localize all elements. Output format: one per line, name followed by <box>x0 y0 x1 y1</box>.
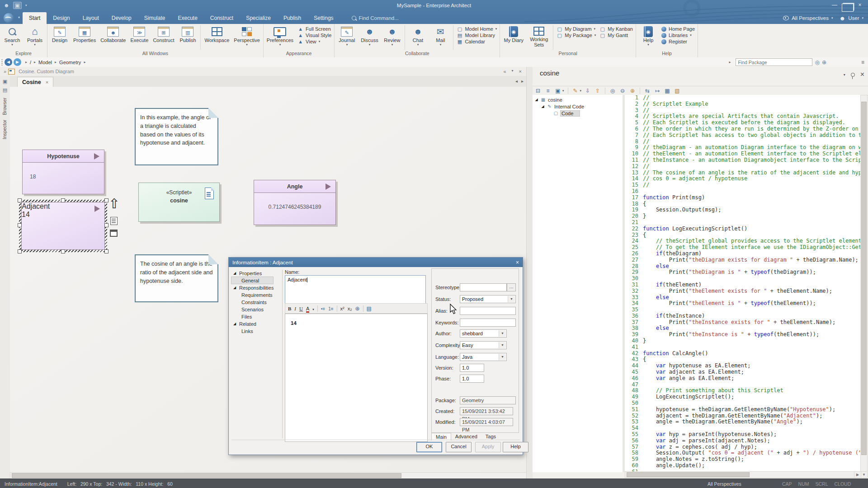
ribbon-tab-start[interactable]: Start <box>23 12 47 24</box>
ribbon-button-journal[interactable]: ✎Journal▾ <box>335 24 358 51</box>
scroll-right-icon[interactable]: ▶ <box>854 471 861 478</box>
ribbon-tab-develop[interactable]: Develop <box>105 12 138 24</box>
nav-forward-button[interactable]: ▶ <box>14 58 21 66</box>
tree-item-code[interactable]: ▢Code <box>533 110 623 117</box>
field-version--value[interactable]: 1.0 <box>460 364 484 372</box>
ribbon-button-mail[interactable]: ✉Mail▾ <box>429 24 452 51</box>
element-adjacent[interactable]: Adjacent 14 <box>21 202 105 250</box>
ribbon-tab-specialize[interactable]: Specialize <box>240 12 277 24</box>
minimize-button[interactable]: — <box>829 2 840 9</box>
ribbon-tab-layout[interactable]: Layout <box>76 12 105 24</box>
ribbon-button-view[interactable]: ▲View▾ <box>297 39 331 44</box>
search-options-icon[interactable]: ⊕ <box>822 59 826 66</box>
ribbon-button-collaborate[interactable]: ☻Collaborate <box>98 24 128 51</box>
ribbon-button-design[interactable]: ✎Design <box>48 24 71 51</box>
browse-button[interactable]: … <box>507 283 516 291</box>
field-phase--value[interactable]: 1.0 <box>460 375 484 383</box>
ribbon-button-workspace[interactable]: Workspace <box>202 24 231 51</box>
dialog-nav-constraints[interactable]: Constraints <box>231 299 282 305</box>
ribbon-button-preferences[interactable]: Preferences▾ <box>264 24 296 51</box>
field-stereotype--value[interactable] <box>460 283 507 291</box>
code-editor[interactable]: 1//2// Scriptlet Example3//4// Scriptlet… <box>625 95 861 472</box>
pin-icon[interactable] <box>851 73 855 77</box>
code-hscrollbar-thumb[interactable] <box>627 472 750 477</box>
ribbon-button-portals[interactable]: ⌂Portals▾ <box>24 24 46 51</box>
element-adjacent-selection[interactable]: Adjacent 14 <box>19 200 107 252</box>
ribbon-button-model-library[interactable]: ▤Model Library <box>457 33 497 38</box>
sidebar-tab-browser[interactable]: Browser <box>2 98 8 115</box>
resize-handle[interactable] <box>61 198 65 202</box>
ribbon-button-working-sets[interactable]: Working Sets <box>526 24 552 51</box>
tab-scroll-right-icon[interactable]: ▸ <box>521 79 524 84</box>
expander-icon[interactable]: ◢ <box>233 286 237 290</box>
breadcrumb-item--[interactable]: / <box>30 60 31 65</box>
ribbon-button-construct[interactable]: ⊞Construct <box>151 24 176 51</box>
dialog-nav-requirements[interactable]: Requirements <box>231 291 282 298</box>
ribbon-button-chat[interactable]: ☻Chat▾ <box>406 24 429 51</box>
richtext-underline-icon[interactable]: U <box>299 306 303 311</box>
richtext-bullet-list-icon[interactable]: •≡ <box>321 306 325 311</box>
code-vscrollbar-thumb[interactable] <box>861 102 867 455</box>
save-icon[interactable]: ⇩ <box>584 88 591 94</box>
tree-item-internal-code[interactable]: ◢✎Internal Code <box>533 103 623 110</box>
ribbon-button-perspective[interactable]: Perspective▾ <box>231 24 262 51</box>
overflow-chevron-icon[interactable]: » <box>4 69 6 74</box>
zoom-in-icon[interactable]: ⊕ <box>629 88 636 94</box>
scroll-down-icon[interactable]: ▼ <box>860 471 868 478</box>
perspectives-menu[interactable]: All Perspectives <box>792 15 829 21</box>
field-alias--value[interactable] <box>460 307 516 315</box>
field-complexity--value[interactable]: Easy▼ <box>460 341 507 349</box>
breadcrumb-item-model[interactable]: Model <box>38 60 52 65</box>
ribbon-button-my-diagram[interactable]: ▢My Diagram▾ <box>557 26 596 32</box>
expander-icon[interactable]: ◢ <box>233 271 237 275</box>
dialog-nav-general[interactable]: General <box>231 277 273 284</box>
sidebar-tab-inspector[interactable]: Inspector <box>2 120 8 139</box>
chevron-right-icon[interactable]: ▸ <box>729 60 731 64</box>
dock-pane-icon[interactable]: ▣ <box>2 79 8 84</box>
status-perspective[interactable]: All Perspectives <box>708 481 741 487</box>
menu-hamburger-icon[interactable]: ≡ <box>861 59 864 66</box>
panel-menu-caret-icon[interactable]: ▾ <box>844 73 845 77</box>
edit-code-icon[interactable]: ✎ <box>572 88 579 94</box>
new-window-icon[interactable]: ▣ <box>554 88 561 94</box>
richtext-numbered-list-icon[interactable]: 1≡ <box>328 306 333 311</box>
close-toolbar-icon[interactable]: × <box>519 69 522 74</box>
ribbon-button-my-diary[interactable]: ◉My Diary <box>501 24 526 51</box>
help-button[interactable]: Help <box>503 442 528 452</box>
tab-close-icon[interactable]: × <box>46 80 48 85</box>
ribbon-button-publish[interactable]: ▥Publish <box>176 24 199 51</box>
ribbon-button-review[interactable]: ☻Review▾ <box>381 24 403 51</box>
toolbar-grip[interactable] <box>1 59 3 66</box>
richtext-subscript-icon[interactable]: x₂ <box>348 306 352 311</box>
dialog-nav-responsibilities[interactable]: ◢Responsibilities <box>231 284 282 291</box>
richtext-italic-icon[interactable]: I <box>294 306 296 311</box>
apply-button[interactable]: Apply <box>475 442 501 452</box>
list-view-icon[interactable]: ≡ <box>544 88 552 94</box>
dropdown-caret-icon[interactable]: ▾ <box>512 69 514 74</box>
ribbon-tab-publish[interactable]: Publish <box>277 12 307 24</box>
ribbon-tab-design[interactable]: Design <box>47 12 76 24</box>
dropdown-caret-icon[interactable]: ▼ <box>499 342 506 348</box>
tree-item-cosine[interactable]: ◢▦cosine <box>533 96 623 103</box>
expander-icon[interactable]: ◢ <box>233 322 237 326</box>
dialog-nav-properties[interactable]: ◢Properties <box>231 270 282 277</box>
note-element-2[interactable]: The cosine of an angle is the ratio of t… <box>135 254 218 302</box>
nav-back-button[interactable]: ◀ <box>5 58 12 66</box>
dialog-titlebar[interactable]: InformationItem : Adjacent × <box>229 258 523 267</box>
ribbon-button-execute[interactable]: ≫Execute <box>128 24 151 51</box>
canvas-hscrollbar-thumb[interactable] <box>12 473 401 478</box>
element-angle[interactable]: Angle 0.7124746245384189 <box>254 180 336 225</box>
breadcrumb-item-geometry[interactable]: Geometry <box>59 60 81 65</box>
field-author--value[interactable]: shebbard▼ <box>460 329 507 338</box>
ribbon-button-search[interactable]: Search▾ <box>1 24 24 51</box>
user-menu[interactable]: User <box>848 15 859 21</box>
dialog-nav-links[interactable]: Links <box>231 328 282 334</box>
dialog-close-icon[interactable]: × <box>516 259 519 266</box>
tab-cosine[interactable]: Cosine × <box>17 77 53 87</box>
image-icon[interactable]: ▧ <box>674 88 681 94</box>
element-hypotenuse[interactable]: Hypotenuse 18 <box>22 150 104 194</box>
ribbon-button-my-package[interactable]: ▢My Package▾ <box>557 33 596 38</box>
dropdown-caret-icon[interactable]: ▼ <box>508 296 515 302</box>
name-input[interactable]: Adjacent <box>285 275 426 304</box>
find-package-input[interactable] <box>736 58 812 66</box>
